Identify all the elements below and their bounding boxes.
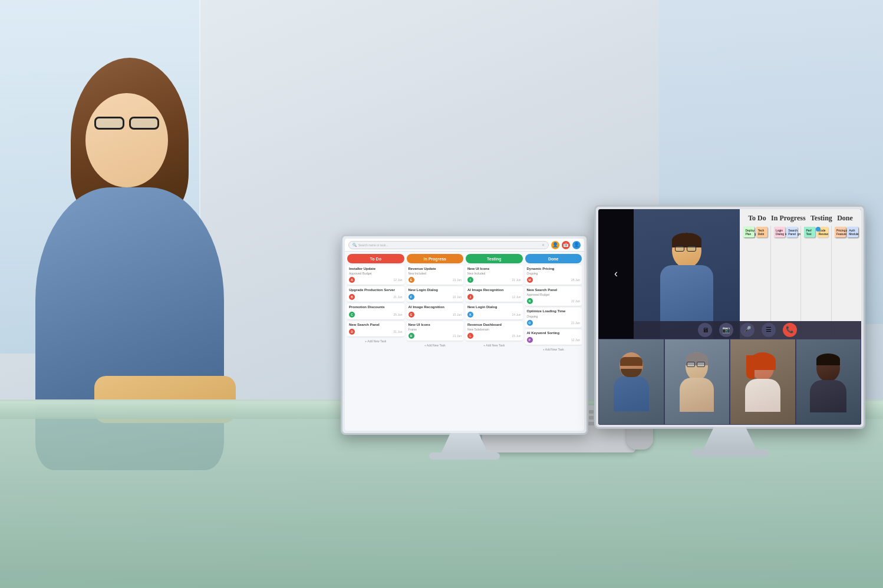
add-task-todo[interactable]: + Add New Task bbox=[347, 338, 404, 344]
presenter-video bbox=[634, 209, 740, 339]
kanban-card[interactable]: New Login Dialog K 14 Jun bbox=[466, 303, 523, 319]
card-avatar: N bbox=[527, 298, 533, 304]
column-testing: Testing New UI Icons New Included I 21 J… bbox=[466, 254, 523, 428]
monitor1-base bbox=[429, 452, 500, 460]
window-left bbox=[0, 0, 200, 354]
card-avatar: C bbox=[349, 312, 355, 318]
card-avatar: M bbox=[527, 277, 533, 283]
end-call-button[interactable]: 📞 bbox=[783, 323, 797, 337]
card-avatar: A bbox=[349, 277, 355, 283]
add-task-in-progress[interactable]: + Add New Task bbox=[407, 342, 464, 348]
card-avatar: K bbox=[467, 312, 473, 318]
kanban-card[interactable]: Promotion Discounts C 25 Jun bbox=[347, 303, 404, 319]
sticky-note: AuthModule bbox=[847, 227, 858, 237]
card-avatar: G bbox=[408, 312, 414, 318]
nav-left[interactable]: ‹ bbox=[598, 209, 634, 339]
kanban-card[interactable]: AI Keyword Sorting P 12 Jun bbox=[525, 329, 582, 345]
kanban-card[interactable]: Revenue Update New Included E 21 Jun bbox=[407, 265, 464, 285]
card-avatar: P bbox=[527, 337, 533, 343]
sticky-note: TechDebt bbox=[756, 227, 767, 237]
kanban-card[interactable]: Dynamic Pricing Ongoing M 25 Jun bbox=[525, 265, 582, 285]
kanban-columns: To Do Installer Update Approved Budget A… bbox=[345, 252, 584, 431]
monitor1-kanban: 🔍 Search name or task... ✕ 👤 📅 👤 To Do I… bbox=[341, 234, 588, 435]
column-in-progress: In Progress Revenue Update New Included … bbox=[407, 254, 464, 428]
kanban-card[interactable]: AI Image Recognition G 15 Jun bbox=[407, 303, 464, 319]
participant-4 bbox=[796, 339, 862, 425]
monitor2-stand bbox=[703, 427, 756, 450]
participant-3 bbox=[730, 339, 796, 425]
calendar-icon[interactable]: 📅 bbox=[562, 241, 570, 249]
kanban-card[interactable]: Upgrade Production Server B 21 Jun bbox=[347, 286, 404, 302]
participants-strip bbox=[598, 339, 861, 425]
kanban-card[interactable]: New UI Icons New Included I 21 Jun bbox=[466, 265, 523, 285]
sticky-note: LoginDialog bbox=[774, 227, 785, 237]
kanban-screen: 🔍 Search name or task... ✕ 👤 📅 👤 To Do I… bbox=[345, 239, 584, 431]
sticky-note: DeployPlan bbox=[743, 227, 754, 237]
kanban-card[interactable]: New UI Icons Frame H 21 Jun bbox=[407, 321, 464, 341]
screen-share-button[interactable]: 🖥 bbox=[698, 323, 712, 337]
col-header-in-progress: In Progress bbox=[407, 254, 464, 263]
monitor2-video: ‹ › bbox=[594, 205, 865, 429]
kanban-toolbar: 🔍 Search name or task... ✕ 👤 📅 👤 bbox=[345, 239, 584, 252]
kanban-card[interactable]: Installer Update Approved Budget A 12 Ju… bbox=[347, 265, 404, 285]
menu-button[interactable]: ☰ bbox=[762, 323, 776, 337]
kanban-card[interactable]: AI Image Recognition J 12 Jun bbox=[466, 286, 523, 302]
col-header-todo: To Do bbox=[347, 254, 404, 263]
card-avatar: E bbox=[408, 277, 414, 283]
add-task-done[interactable]: + Add New Task bbox=[525, 346, 582, 352]
column-todo: To Do Installer Update Approved Budget A… bbox=[347, 254, 404, 428]
card-avatar: L bbox=[467, 333, 473, 339]
kanban-card[interactable]: Revenue Dashboard New Subdomain L 15 Jun bbox=[466, 321, 523, 341]
sticky-note: SearchPanel bbox=[786, 227, 798, 237]
kanban-search[interactable]: 🔍 Search name or task... ✕ bbox=[348, 241, 549, 249]
video-main: To Do In Progress Testing Done SprintBac… bbox=[634, 209, 861, 339]
card-avatar: I bbox=[467, 277, 473, 283]
participant-2 bbox=[664, 339, 730, 425]
card-avatar: F bbox=[408, 294, 414, 300]
sticky-note: PricingFeature bbox=[835, 227, 846, 237]
monitors-container: 🔍 Search name or task... ✕ 👤 📅 👤 To Do I… bbox=[341, 205, 865, 435]
kanban-card[interactable]: New Search Panel D 21 Jun bbox=[347, 321, 404, 336]
kanban-card[interactable]: New Login Dialog F 22 Jun bbox=[407, 286, 464, 302]
col-header-done: Done bbox=[525, 254, 582, 263]
whiteboard-headers: To Do In Progress Testing Done bbox=[740, 209, 861, 225]
card-avatar: J bbox=[467, 294, 473, 300]
video-screen: ‹ › bbox=[598, 209, 861, 425]
monitor2-base bbox=[691, 449, 768, 457]
card-avatar: O bbox=[527, 320, 533, 326]
kanban-card[interactable]: New Search Panel Approved Budget N 22 Ju… bbox=[525, 286, 582, 306]
participant-1 bbox=[598, 339, 664, 425]
card-avatar: H bbox=[408, 333, 414, 339]
user-icon-1[interactable]: 👤 bbox=[551, 241, 559, 249]
col-header-testing: Testing bbox=[466, 254, 523, 263]
column-done: Done Dynamic Pricing Ongoing M 25 Jun Ne… bbox=[525, 254, 582, 428]
mic-button[interactable]: 🎤 bbox=[740, 323, 754, 337]
card-avatar: B bbox=[349, 294, 355, 300]
video-controls-bar: 🖥 📷 🎤 ☰ 📞 bbox=[634, 321, 861, 339]
whiteboard: To Do In Progress Testing Done SprintBac… bbox=[740, 209, 861, 339]
marker-dot bbox=[816, 227, 821, 232]
add-task-testing[interactable]: + Add New Task bbox=[466, 342, 523, 348]
kanban-card[interactable]: Optimize Loading Time Ongoing O 21 Jun bbox=[525, 308, 582, 327]
user-icon-2[interactable]: 👤 bbox=[572, 241, 581, 249]
sticky-note: PerfTest bbox=[804, 227, 815, 237]
card-avatar: D bbox=[349, 329, 355, 335]
camera-button[interactable]: 📷 bbox=[719, 323, 733, 337]
